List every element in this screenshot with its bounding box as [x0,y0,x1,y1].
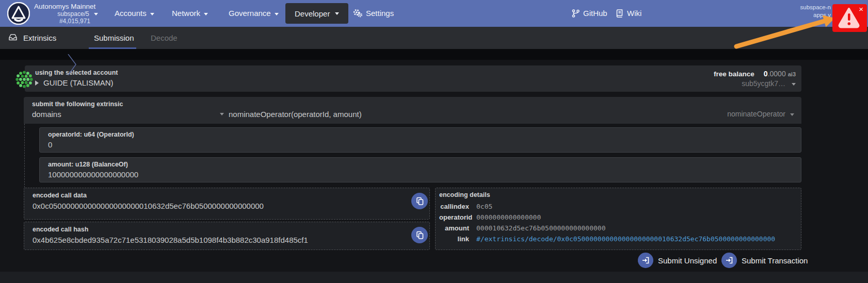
balance-integer: 0 [764,70,768,78]
tab-submission[interactable]: Submission [94,27,134,49]
chain-selector[interactable]: Autonomys Mainnet subspace/5 #4,015,971 [34,3,98,25]
app-version-text: subspace-n apps v [800,4,831,19]
copy-icon [416,197,424,205]
encoding-row-link: link #/extrinsics/decode/0x0c05000000000… [439,235,795,243]
balance-unit: ai3 [788,71,796,77]
free-balance-label: free balance [714,70,754,78]
extrinsic-label: submit the following extrinsic [32,101,123,108]
chevron-down-icon [790,113,794,116]
extrinsics-page: Autonomys Mainnet subspace/5 #4,015,971 … [0,0,868,283]
extrinsic-panel: submit the following extrinsic domains n… [24,97,801,124]
submit-unsigned-button[interactable]: Submit Unsigned [638,253,717,268]
account-identicon[interactable] [15,71,33,88]
copy-call-data-button[interactable] [411,193,428,209]
copy-icon [416,231,424,239]
method-select[interactable]: nominateOperator [727,110,794,118]
param-operator-id: operatorId: u64 (OperatorId) [39,127,801,153]
decode-link[interactable]: #/extrinsics/decode/0x0c0500000000000000… [476,235,775,243]
encoding-row-amount: amount 000010632d5ec76b0500000000000000 [439,224,795,232]
nav-item-governance[interactable]: Governance [229,9,279,18]
git-branch-icon [572,9,580,19]
encoding-details-title: encoding details [439,191,490,198]
amount-input[interactable] [48,170,779,179]
book-icon [616,9,623,19]
submit-transaction-button[interactable]: Submit Transaction [721,253,808,268]
free-balance: free balance0.0000ai3 [714,70,796,78]
chain-block-number: #4,015,971 [34,18,98,25]
chevron-down-icon [335,12,339,15]
footer-band [0,272,868,283]
sign-in-icon [638,253,653,268]
top-nav: Autonomys Mainnet subspace/5 #4,015,971 … [0,0,868,27]
param-label: amount: u128 (BalanceOf) [48,161,128,168]
copy-call-hash-button[interactable] [411,227,428,243]
autonomys-logo-icon[interactable] [7,2,30,25]
encoded-call-hash-value: 0x4b625e8cbded935a72c71e5318039028a5d5b1… [33,236,308,244]
chevron-down-icon [792,83,796,86]
encoding-row-operatorid: operatorid 0000000000000000 [439,213,795,221]
chevron-down-icon [94,13,98,15]
param-label: operatorId: u64 (OperatorId) [48,131,134,138]
gear-icon [353,9,362,19]
encoding-row-callindex: callindex 0c05 [439,203,795,210]
close-icon[interactable]: × [859,5,863,13]
account-name[interactable]: GUIDE (TALISMAN) [35,78,114,87]
chevron-down-icon [204,13,208,15]
tab-decode[interactable]: Decode [151,27,178,49]
alert-badge[interactable]: × [832,4,867,32]
param-amount: amount: u128 (BalanceOf) [39,157,801,182]
active-tab-underline [89,47,136,49]
encoded-call-data-box: encoded call data 0x0c050000000000000000… [24,188,430,220]
account-panel [25,65,801,92]
param-connector-line [24,124,25,188]
expander-icon [35,80,39,86]
chevron-down-icon [150,13,154,15]
operator-id-input[interactable] [48,140,779,149]
encoded-call-hash-label: encoded call hash [33,226,88,233]
nav-item-settings[interactable]: Settings [353,9,397,19]
section-extrinsics[interactable]: Extrinsics [8,27,56,49]
nav-item-developer[interactable]: Developer [285,3,348,24]
chain-runtime: subspace/5 [34,10,98,18]
chevron-down-icon [275,13,279,15]
account-address-dropdown[interactable]: sub5ycgtk7… [742,79,796,88]
encoded-call-data-value: 0x0c050000000000000000000010632d5ec76b05… [33,202,264,210]
sign-in-icon [721,253,737,268]
encoded-call-data-label: encoded call data [33,192,87,199]
tab-bar: Extrinsics Submission Decode [0,27,868,49]
divider-strip [0,49,868,60]
balance-fraction: .0000 [768,70,786,78]
encoded-call-hash-box: encoded call hash 0x4b625e8cbded935a72c7… [24,222,430,250]
extrinsics-icon [8,33,18,43]
nav-item-accounts[interactable]: Accounts [115,9,154,18]
section-select[interactable]: domains [32,110,224,119]
chevron-down-icon [220,113,224,115]
nav-link-wiki[interactable]: Wiki [616,9,645,19]
method-signature: nominateOperator(operatorId, amount) [229,110,362,119]
nav-item-network[interactable]: Network [172,9,208,18]
chain-name: Autonomys Mainnet [34,3,98,10]
nav-link-github[interactable]: GitHub [572,9,611,19]
chevron-separator-icon [68,54,78,75]
